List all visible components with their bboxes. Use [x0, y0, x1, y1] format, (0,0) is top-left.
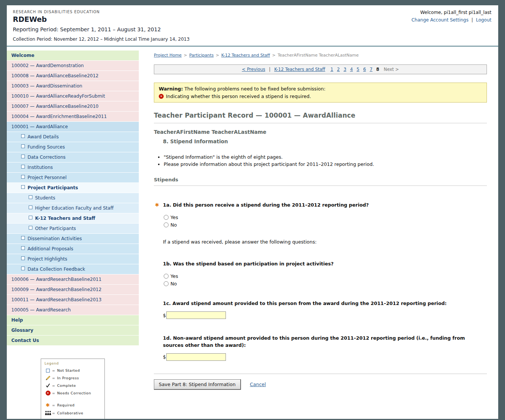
sidebar-item-glossary[interactable]: Glossary	[7, 325, 139, 336]
q1b-yes-option[interactable]: Yes	[164, 272, 487, 280]
pager-section-link[interactable]: K-12 Teachers and Staff	[274, 67, 325, 72]
sidebar-item-label: Dissemination Activities	[28, 236, 82, 241]
save-button[interactable]: Save Part 8: Stipend Information	[154, 379, 241, 390]
non-award-stipend-amount-row: $	[163, 353, 487, 361]
q1b-yes-radio[interactable]	[164, 274, 169, 279]
sidebar-item-institutions[interactable]: Institutions	[7, 162, 139, 173]
sidebar-item-students[interactable]: Students	[7, 193, 139, 203]
sidebar-item-100010-awardalliancereadyforsubmit[interactable]: 100010 — AwardAllianceReadyForSubmit	[7, 91, 139, 101]
sidebar-item-dissemination-activities[interactable]: Dissemination Activities	[7, 234, 139, 244]
not-started-checkbox-icon	[21, 185, 25, 189]
sidebar-item-100008-awardalliancebaseline2012[interactable]: 100008 — AwardAllianceBaseline2012	[7, 71, 139, 81]
sidebar-item-100002-awarddemonstration[interactable]: 100002 — AwardDemonstration	[7, 61, 139, 71]
pager-page-4[interactable]: 4	[350, 67, 353, 72]
not-started-checkbox-icon	[29, 226, 32, 230]
pager-page-5[interactable]: 5	[357, 67, 359, 72]
question-1a: 1a. Did this person receive a stipend du…	[154, 202, 476, 208]
question-1b-text: 1b. Was the stipend based on participati…	[163, 261, 333, 267]
reporting-period: Reporting Period: September 1, 2011 – Au…	[13, 26, 492, 32]
sidebar-item-100003-awarddissemination[interactable]: 100003 — AwardDissemination	[7, 81, 139, 91]
breadcrumb: Project Home > Participants > K-12 Teach…	[154, 53, 487, 58]
sidebar-item-project-personnel[interactable]: Project Personnel	[7, 173, 139, 183]
sidebar-item-higher-education-faculty-and-staff[interactable]: Higher Education Faculty and Staff	[7, 203, 139, 213]
q1a-yes-radio[interactable]	[164, 215, 169, 220]
page: RESEARCH IN DISABILITIES EDUCATION RDEWe…	[7, 5, 498, 419]
non-award-stipend-amount-input[interactable]	[166, 353, 226, 361]
participant-name: TeacherAFirstName TeacherALastName	[154, 129, 487, 135]
question-1c-text: 1c. Award stipend amount provided to thi…	[163, 300, 447, 306]
radio-label: Yes	[170, 273, 178, 279]
question-1b: 1b. Was the stipend based on participati…	[154, 261, 476, 267]
sidebar-item-label: Other Participants	[35, 226, 76, 231]
pager-next-disabled: Next >	[384, 67, 399, 72]
sidebar-item-label: 100009 — AwardResearchBaseline2012	[11, 287, 101, 292]
sidebar-item-project-highlights[interactable]: Project Highlights	[7, 254, 139, 264]
breadcrumb-current: TeacherAFirstName TeacherALastName	[278, 53, 359, 58]
q1b-no-option[interactable]: No	[164, 280, 487, 287]
sidebar-item-label: Additional Proposals	[28, 246, 73, 251]
q1a-no-option[interactable]: No	[164, 221, 487, 228]
sidebar-item-label: Project Participants	[28, 185, 78, 190]
needs-correction-icon	[45, 391, 51, 395]
award-stipend-amount-input[interactable]	[166, 311, 226, 319]
change-account-settings-link[interactable]: Change Account Settings	[411, 17, 468, 23]
breadcrumb-separator: >	[214, 53, 220, 58]
pager-separator: |	[269, 67, 270, 72]
not-started-checkbox-icon	[21, 236, 25, 240]
pager-previous-link[interactable]: < Previous	[242, 67, 265, 72]
required-icon	[45, 403, 51, 408]
required-icon	[155, 202, 159, 209]
breadcrumb-link[interactable]: Project Home	[154, 53, 182, 58]
instructions-list: "Stipend Information" is the eighth of e…	[154, 154, 487, 167]
sidebar-item-label: 100007 — AwardAllianceBaseline2010	[11, 104, 98, 109]
sidebar-item-data-corrections[interactable]: Data Corrections	[7, 152, 139, 162]
sidebar-item-funding-sources[interactable]: Funding Sources	[7, 142, 139, 152]
breadcrumb-link[interactable]: Participants	[189, 53, 214, 58]
pager-page-1[interactable]: 1	[330, 67, 333, 72]
pager-page-6[interactable]: 6	[363, 67, 366, 72]
q1b-radio-group: Yes No	[164, 272, 487, 287]
collaborative-icon	[45, 411, 51, 415]
sidebar-item-label: Funding Sources	[28, 144, 65, 150]
q1b-no-radio[interactable]	[164, 281, 169, 286]
sidebar-item-contact-us[interactable]: Contact Us	[7, 336, 139, 346]
question-1d: 1d. Non-award stipend amount provided to…	[154, 335, 476, 348]
sidebar-item-100005-awardresearch[interactable]: 100005 — AwardResearch	[7, 305, 139, 315]
sidebar-item-100007-awardalliancebaseline2010[interactable]: 100007 — AwardAllianceBaseline2010	[7, 101, 139, 112]
q1a-yes-option[interactable]: Yes	[164, 213, 487, 221]
equals-sign: =	[52, 383, 55, 388]
sidebar-item-additional-proposals[interactable]: Additional Proposals	[7, 244, 139, 254]
sidebar-item-label: 100010 — AwardAllianceReadyForSubmit	[11, 94, 105, 99]
logout-link[interactable]: Logout	[476, 17, 491, 23]
sidebar-item-k-12-teachers-and-staff[interactable]: K-12 Teachers and Staff	[7, 213, 139, 224]
sidebar-item-welcome[interactable]: Welcome	[7, 51, 139, 61]
pager-page-7[interactable]: 7	[370, 67, 372, 72]
sidebar-item-100004-awardenrichmentbaseline2011[interactable]: 100004 — AwardEnrichmentBaseline2011	[7, 112, 139, 122]
legend-item: =In Progress	[45, 376, 101, 380]
sidebar-item-label: Award Details	[28, 134, 59, 139]
sidebar-item-other-participants[interactable]: Other Participants	[7, 224, 139, 234]
sidebar-item-help[interactable]: Help	[7, 315, 139, 325]
breadcrumb-link[interactable]: K-12 Teachers and Staff	[221, 53, 270, 58]
q1a-no-radio[interactable]	[164, 222, 169, 227]
radio-label: No	[170, 281, 177, 287]
sidebar-item-label: 100006 — AwardResearchBaseline2011	[11, 277, 101, 282]
pager-page-2[interactable]: 2	[337, 67, 340, 72]
sidebar-item-100009-awardresearchbaseline2012[interactable]: 100009 — AwardResearchBaseline2012	[7, 285, 139, 295]
sidebar-item-100001-awardalliance[interactable]: 100001 — AwardAlliance	[7, 122, 139, 132]
sidebar-item-project-participants[interactable]: Project Participants	[7, 183, 139, 193]
sidebar-item-award-details[interactable]: Award Details	[7, 132, 139, 142]
sidebar-item-100011-awardresearchbaseline2013[interactable]: 100011 — AwardResearchBaseline2013	[7, 295, 139, 305]
legend-item: =Not Started	[45, 368, 101, 372]
sidebar-item-label: Project Highlights	[28, 256, 67, 262]
not-started-checkbox-icon	[29, 216, 32, 219]
complete-icon	[45, 383, 51, 388]
cancel-link[interactable]: Cancel	[250, 382, 266, 387]
sidebar-item-label: 100004 — AwardEnrichmentBaseline2011	[11, 114, 107, 119]
legend-item: =Required	[45, 403, 101, 408]
sidebar-item-100006-awardresearchbaseline2011[interactable]: 100006 — AwardResearchBaseline2011	[7, 274, 139, 285]
sidebar-item-label: Project Personnel	[28, 175, 67, 180]
not-started-checkbox-icon	[21, 134, 25, 138]
sidebar-item-data-collection-feedback[interactable]: Data Collection Feedback	[7, 264, 139, 274]
pager-page-3[interactable]: 3	[344, 67, 346, 72]
